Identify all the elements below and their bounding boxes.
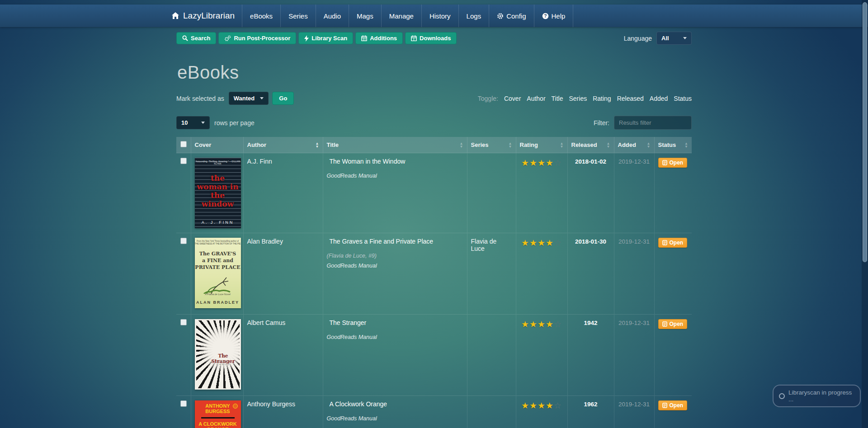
book-title-link[interactable]: The Woman in the Window xyxy=(330,158,406,165)
row-checkbox[interactable] xyxy=(180,158,187,164)
toggle-author[interactable]: Author xyxy=(527,95,545,102)
language-select[interactable]: All xyxy=(656,32,692,45)
run-post-processor-button[interactable]: Run Post-Processor xyxy=(218,32,296,44)
table-row: ANTHONYBURGESS A CLOCKWORKORANGE Anthony… xyxy=(176,396,692,428)
row-checkbox[interactable] xyxy=(180,319,187,325)
search-button[interactable]: Search xyxy=(176,32,216,44)
cover-title: A CLOCKWORKORANGE xyxy=(195,421,241,428)
sort-icon[interactable] xyxy=(607,142,610,148)
toggle-status[interactable]: Status xyxy=(674,95,692,102)
header-label: Author xyxy=(247,141,267,148)
header-label: Status xyxy=(658,141,676,148)
cover-title: The GRAVE'S a FINE and PRIVATE PLACE xyxy=(195,250,241,271)
downloads-button[interactable]: Downloads xyxy=(405,32,457,44)
row-checkbox[interactable] xyxy=(180,238,187,244)
book-cover[interactable]: “Astounding. Thrilling. Amazing.” —GILLI… xyxy=(195,158,241,228)
caret-down-icon xyxy=(260,97,264,99)
vertical-scrollbar-track[interactable] xyxy=(862,0,868,428)
nav-item-audio[interactable]: Audio xyxy=(316,5,349,27)
nav-item-series[interactable]: Series xyxy=(280,5,316,27)
column-header-rating[interactable]: Rating xyxy=(516,137,567,153)
toast-text: Libraryscan in progress ... xyxy=(788,389,854,403)
rows-per-page-select[interactable]: 10 xyxy=(176,116,210,129)
book-icon xyxy=(662,321,667,327)
nav-item-logs[interactable]: Logs xyxy=(458,5,489,27)
open-book-button[interactable]: Open xyxy=(658,319,688,329)
sort-icon[interactable] xyxy=(460,142,463,148)
gears-icon xyxy=(224,35,231,42)
cover-author: ALBERT CAMUS xyxy=(209,360,238,366)
column-header-status[interactable]: Status xyxy=(654,137,692,153)
column-header-title[interactable]: Title xyxy=(323,137,467,153)
toggle-released[interactable]: Released xyxy=(617,95,644,102)
author-cell: Alan Bradley xyxy=(243,233,323,315)
nav-item-mags[interactable]: Mags xyxy=(349,5,381,27)
book-cover[interactable]: The Stranger ALBERT CAMUS xyxy=(195,319,241,390)
brand-lazylibrarian[interactable]: LazyLibrarian xyxy=(170,5,242,27)
select-all-checkbox[interactable] xyxy=(180,141,187,147)
author-cell: Anthony Burgess xyxy=(243,396,323,428)
column-header-series[interactable]: Series xyxy=(467,137,516,153)
open-book-button[interactable]: Open xyxy=(658,158,688,168)
series-cell xyxy=(467,315,516,396)
toggle-title[interactable]: Title xyxy=(552,95,563,102)
toggle-cover[interactable]: Cover xyxy=(504,95,521,102)
library-scan-button[interactable]: Library Scan xyxy=(298,32,353,44)
sort-icon[interactable] xyxy=(647,142,651,148)
action-toolbar: Search Run Post-Processor Library Scan A… xyxy=(0,32,868,45)
column-header-released[interactable]: Released xyxy=(567,137,614,153)
column-header-added[interactable]: Added xyxy=(614,137,654,153)
table-row: “Astounding. Thrilling. Amazing.” —GILLI… xyxy=(176,153,692,233)
book-icon xyxy=(662,403,667,408)
button-label: Search xyxy=(191,35,210,42)
nav-item-config[interactable]: Config xyxy=(489,5,533,27)
book-cover[interactable]: From the New York Times bestselling auth… xyxy=(195,238,241,308)
filter-label: Filter: xyxy=(594,119,609,127)
book-cover[interactable]: ANTHONYBURGESS A CLOCKWORKORANGE xyxy=(195,400,241,428)
open-book-button[interactable]: Open xyxy=(658,238,688,248)
added-date: 2019-12-31 xyxy=(618,320,650,326)
nav-item-help[interactable]: ? Help xyxy=(534,5,574,27)
cover-divider xyxy=(201,417,235,419)
toggle-series[interactable]: Series xyxy=(569,95,587,102)
book-title-link[interactable]: The Graves a Fine and Private Place xyxy=(330,238,434,245)
table-row: The Stranger ALBERT CAMUS Albert Camus T… xyxy=(176,315,692,396)
book-source: GoodReads Manual xyxy=(327,173,463,179)
sort-icon[interactable] xyxy=(684,142,688,148)
caret-down-icon xyxy=(683,37,687,39)
go-button[interactable]: Go xyxy=(272,92,294,105)
toggle-added[interactable]: Added xyxy=(650,95,668,102)
mark-status-select[interactable]: Wanted xyxy=(229,92,269,105)
additions-button[interactable]: Additions xyxy=(355,32,403,44)
table-row: From the New York Times bestselling auth… xyxy=(176,233,692,315)
book-title-link[interactable]: The Stranger xyxy=(330,319,367,326)
button-label: Go xyxy=(279,95,287,102)
sort-icon[interactable] xyxy=(316,142,319,148)
nav-item-manage[interactable]: Manage xyxy=(381,5,421,27)
book-title-link[interactable]: A Clockwork Orange xyxy=(330,400,387,408)
question-circle-icon: ? xyxy=(542,13,549,19)
sort-icon[interactable] xyxy=(509,142,512,148)
book-icon xyxy=(662,160,667,165)
column-header-author[interactable]: Author xyxy=(243,137,323,153)
nav-item-history[interactable]: History xyxy=(421,5,458,27)
rows-per-page-label: rows per page xyxy=(214,119,255,127)
bolt-icon xyxy=(304,35,309,42)
page-title: eBooks xyxy=(177,62,692,83)
header-label: Released xyxy=(571,141,597,148)
cover-tagline: From the New York Times bestselling auth… xyxy=(195,240,241,245)
nav-label: Help xyxy=(552,12,566,20)
released-date: 2018-01-30 xyxy=(575,238,606,245)
open-book-button[interactable]: Open xyxy=(658,400,688,410)
toggle-rating[interactable]: Rating xyxy=(593,95,611,102)
vertical-scrollbar-thumb[interactable] xyxy=(863,2,867,262)
header-label: Added xyxy=(618,141,636,148)
nav-item-ebooks[interactable]: eBooks xyxy=(242,5,280,27)
nav-label: Logs xyxy=(467,12,481,20)
header-label: Title xyxy=(327,141,339,148)
top-navbar: LazyLibrarian eBooks Series Audio Mags M… xyxy=(0,5,868,27)
sort-icon[interactable] xyxy=(560,142,564,148)
table-header-row: Cover Author Title Series Rating Release… xyxy=(176,137,692,153)
results-filter-input[interactable] xyxy=(614,116,692,130)
row-checkbox[interactable] xyxy=(180,400,187,407)
